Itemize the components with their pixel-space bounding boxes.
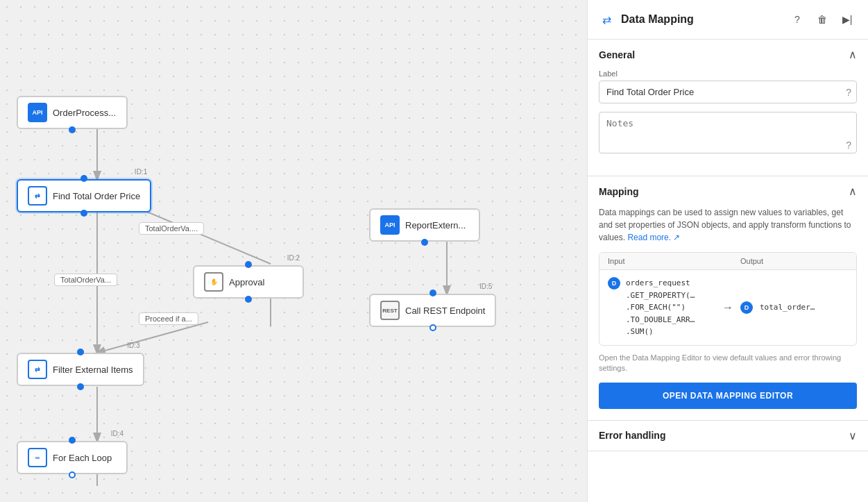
api-icon: API [28, 103, 47, 122]
notes-textarea[interactable] [599, 112, 857, 153]
node-filter-external[interactable]: ID:3 ⇄ Filter External Items [17, 353, 144, 386]
panel-title: Data Mapping [621, 13, 781, 26]
loop-icon: ∞ [28, 448, 47, 467]
mapping-row-1[interactable]: D orders_request .GET_PROPERTY(… .FOR_EA… [599, 270, 856, 345]
label-field-group: Label ? [599, 69, 857, 103]
mapping-input-cell: D orders_request .GET_PROPERTY(… .FOR_EA… [608, 277, 715, 338]
node-find-total[interactable]: ID:1 ⇄ Find Total Order Price [17, 179, 151, 212]
node-label: OrderProcess... [53, 108, 116, 118]
label-help-icon: ? [846, 87, 851, 98]
panel-header-actions: ? 🗑 ▶| [788, 10, 857, 29]
datamap-icon: ⇄ [28, 186, 47, 206]
notes-textarea-wrapper: ? [599, 112, 857, 156]
node-id: ID:3 [127, 342, 139, 349]
col-input-label: Input [608, 257, 715, 265]
mapping-code: orders_request .GET_PROPERTY(… .FOR_EACH… [626, 277, 695, 338]
mapping-output-cell: D total_order… [740, 301, 848, 314]
mapping-section-header[interactable]: Mapping ∧ [588, 176, 868, 206]
node-id: ID:2 [287, 254, 300, 262]
node-report-extern[interactable]: API ReportExtern... [369, 208, 480, 242]
mapping-output-value: total_order… [760, 301, 815, 314]
edge-label-proceed: Proceed if a... [139, 312, 198, 325]
open-editor-button[interactable]: OPEN DATA MAPPING EDITOR [599, 383, 857, 409]
delete-button[interactable]: 🗑 [812, 10, 832, 29]
node-call-rest[interactable]: ID:5 REST Call REST Endpoint [369, 294, 496, 327]
collapse-button[interactable]: ▶| [837, 10, 857, 29]
general-section-header[interactable]: General ∧ [588, 40, 868, 69]
edge-label-total2: TotalOrderVa... [54, 274, 117, 286]
node-id: ID:4 [111, 430, 124, 437]
error-section-header[interactable]: Error handling ∨ [588, 421, 868, 451]
mapping-section: Mapping ∧ Data mappings can be used to a… [588, 176, 868, 421]
mapping-table-header: Input Output [599, 253, 856, 270]
node-label: Call REST Endpoint [405, 306, 485, 316]
read-more-link[interactable]: Read more. ↗ [627, 233, 680, 242]
api-icon: API [380, 215, 400, 235]
help-button[interactable]: ? [788, 10, 807, 29]
input-badge: D [608, 277, 620, 290]
filter-icon: ⇄ [28, 360, 47, 379]
notes-help-icon: ? [846, 140, 851, 151]
notes-field-group: ? [599, 112, 857, 156]
properties-panel: ⇄ Data Mapping ? 🗑 ▶| General ∧ Label ? [587, 0, 868, 502]
node-id: ID:1 [135, 168, 147, 176]
svg-line-4 [97, 322, 208, 353]
node-id: ID:5 [479, 283, 492, 290]
rest-icon: REST [380, 301, 400, 320]
label-input[interactable] [599, 81, 857, 103]
mapping-section-title: Mapping [599, 186, 639, 197]
panel-header: ⇄ Data Mapping ? 🗑 ▶| [588, 0, 868, 40]
node-for-each[interactable]: ID:4 ∞ For Each Loop [17, 441, 128, 474]
error-handling-section: Error handling ∨ [588, 421, 868, 451]
output-badge: D [740, 301, 753, 314]
node-label: Filter External Items [53, 365, 133, 375]
node-label: ReportExtern... [405, 220, 466, 231]
node-label: For Each Loop [53, 453, 112, 463]
mapping-table: Input Output D orders_request .GET_PROPE… [599, 252, 857, 346]
error-chevron-icon: ∨ [849, 429, 857, 442]
col-output-label: Output [740, 257, 848, 265]
general-section-title: General [599, 49, 635, 60]
general-section-content: Label ? ? [588, 69, 868, 176]
label-field-label: Label [599, 69, 857, 78]
mapping-description: Data mappings can be used to assign new … [599, 206, 857, 244]
mapping-arrow-icon: → [715, 301, 740, 314]
error-section-title: Error handling [599, 430, 665, 441]
flow-edges [0, 0, 587, 502]
general-section: General ∧ Label ? ? [588, 40, 868, 176]
approval-icon: ✋ [204, 272, 223, 292]
node-label: Approval [229, 277, 264, 287]
col-arrow [715, 257, 740, 265]
mapping-section-content: Data mappings can be used to assign new … [588, 206, 868, 420]
label-input-wrapper: ? [599, 81, 857, 103]
flow-canvas[interactable]: API OrderProcess... ID:1 ⇄ Find Total Or… [0, 0, 587, 502]
mapping-note: Open the Data Mapping Editor to view def… [599, 353, 857, 374]
general-chevron-icon: ∧ [849, 48, 857, 61]
edge-label-total1: TotalOrderVa.... [139, 222, 204, 235]
data-mapping-icon: ⇄ [599, 12, 614, 27]
svg-line-1 [139, 208, 271, 264]
node-label: Find Total Order Price [53, 191, 140, 201]
mapping-chevron-icon: ∧ [849, 185, 857, 198]
node-order-process[interactable]: API OrderProcess... [17, 96, 128, 129]
node-approval[interactable]: ID:2 ✋ Approval [193, 265, 304, 299]
